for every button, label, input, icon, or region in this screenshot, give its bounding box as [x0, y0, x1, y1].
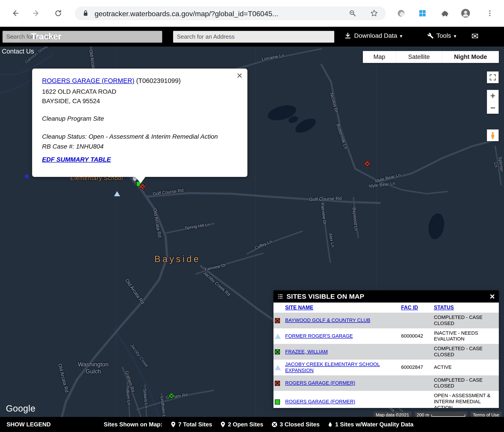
circle-badge-icon[interactable] [397, 9, 405, 17]
map-label: Washington Gulch [78, 361, 108, 375]
windows-icon[interactable] [418, 9, 426, 17]
popup-close-icon[interactable]: × [237, 70, 243, 81]
map-pin-icon [171, 421, 176, 428]
site-link[interactable]: ROGERS GARAGE (FORMER) [285, 399, 355, 404]
sites-table: SITE NAME FAC ID STATUS BAYWOOD GOLF & C… [273, 303, 499, 408]
project-search-input[interactable] [2, 31, 162, 43]
sites-panel-title: SITES VISIBLE ON MAP [287, 293, 487, 300]
map-label: Golf Course Rd [309, 195, 342, 202]
site-fac-id [400, 391, 432, 408]
site-marker-red-x [273, 375, 284, 391]
tools-button[interactable]: Tools ▾ [427, 32, 456, 39]
chevron-down-icon: ▾ [400, 33, 402, 39]
map-label: Splinter Ln [492, 156, 504, 173]
sites-panel-close-icon[interactable]: × [490, 292, 495, 301]
popup-cleanup-status: Cleanup Status: Open - Assessment & Inte… [42, 133, 237, 140]
browser-toolbar: geotracker.waterboards.ca.gov/map/?globa… [0, 0, 504, 27]
show-legend-button[interactable]: SHOW LEGEND [7, 421, 51, 428]
night-mode-button[interactable]: Night Mode [442, 51, 499, 63]
site-status: COMPLETED - CASE CLOSED [432, 344, 499, 360]
street-view-button[interactable] [487, 129, 499, 141]
contact-us-link[interactable]: Contact Us [2, 48, 34, 55]
address-bar[interactable]: geotracker.waterboards.ca.gov/map/?globa… [75, 7, 386, 20]
table-row: FORMER ROGER'S GARAGE60000042INACTIVE - … [273, 328, 499, 344]
site-status: COMPLETED - CASE CLOSED [432, 313, 499, 328]
satellite-button[interactable]: Satellite [396, 51, 442, 63]
site-status: COMPLETED - CASE CLOSED [432, 375, 499, 391]
download-data-button[interactable]: Download Data ▾ [344, 32, 402, 39]
map-marker-red-x[interactable] [140, 184, 145, 189]
site-title-link[interactable]: ROGERS GARAGE (FORMER) [42, 77, 134, 84]
popup-address: 1622 OLD ARCATA ROAD [42, 88, 237, 95]
table-row: ROGERS GARAGE (FORMER)COMPLETED - CASE C… [273, 375, 499, 391]
forward-icon[interactable] [32, 9, 40, 17]
col-fac-id[interactable]: FAC ID [401, 304, 418, 310]
site-marker-blue-triangle [273, 328, 284, 344]
table-row: BAYWOOD GOLF & COUNTRY CLUBCOMPLETED - C… [273, 313, 499, 328]
map-data-credit: Map data ©2021 [373, 412, 411, 417]
map-canvas[interactable]: Gannon SloughOld ArcataLorraine LnNicolo… [0, 46, 504, 417]
site-marker-red-x [273, 313, 284, 328]
avatar[interactable] [461, 8, 470, 18]
mail-icon[interactable]: ✉ [471, 31, 479, 41]
site-link[interactable]: JACOBY CREEK ELEMENTARY SCHOOL EXPANSION [285, 361, 380, 373]
closed-sites-stat: 3 Closed Sites [271, 421, 320, 428]
table-row: JACOBY CREEK ELEMENTARY SCHOOL EXPANSION… [273, 360, 499, 375]
table-row: FRAZEE, WILLIAMCOMPLETED - CASE CLOSED [273, 344, 499, 360]
total-sites-stat: 7 Total Sites [171, 421, 212, 428]
popup-title: ROGERS GARAGE (FORMER) (T0602391099) [42, 77, 237, 84]
site-fac-id: 60002847 [400, 360, 432, 375]
table-row: ROGERS GARAGE (FORMER)OPEN - ASSESSMENT … [273, 391, 499, 408]
zoom-in-button[interactable]: + [487, 90, 499, 102]
col-site-name[interactable]: SITE NAME [285, 304, 313, 310]
map-marker-blue-dot[interactable] [25, 175, 29, 178]
sites-table-body: BAYWOOD GOLF & COUNTRY CLUBCOMPLETED - C… [273, 313, 499, 408]
site-link[interactable]: BAYWOOD GOLF & COUNTRY CLUB [285, 317, 370, 323]
scale-bar [432, 414, 465, 417]
fullscreen-button[interactable] [487, 72, 499, 83]
bookmark-star-icon[interactable] [370, 9, 378, 17]
extensions-icon[interactable] [441, 9, 449, 17]
popup-rb-case: RB Case #: 1NHU804 [42, 143, 237, 150]
site-link[interactable]: ROGERS GARAGE (FORMER) [285, 380, 355, 386]
zoom-out-button[interactable]: − [487, 102, 499, 114]
info-popup: ROGERS GARAGE (FORMER) (T0602391099) 162… [32, 69, 247, 177]
popup-city: BAYSIDE, CA 95524 [42, 98, 237, 105]
table-header-row: SITE NAME FAC ID STATUS [273, 303, 499, 313]
menu-kebab-icon[interactable] [486, 9, 494, 17]
back-icon[interactable] [11, 9, 19, 17]
chevron-down-icon: ▾ [454, 33, 456, 39]
google-logo: Google [6, 404, 36, 414]
list-icon [278, 294, 283, 299]
map-marker-green-x[interactable] [169, 393, 174, 398]
site-link[interactable]: FORMER ROGER'S GARAGE [285, 333, 353, 339]
fullscreen-icon [489, 73, 497, 81]
url-text: geotracker.waterboards.ca.gov/map/?globa… [95, 10, 278, 18]
page-zoom-icon[interactable] [349, 9, 357, 17]
zoom-control: + − [487, 90, 499, 114]
map-button[interactable]: Map [363, 51, 396, 63]
map-pin-icon [220, 421, 225, 428]
site-marker-green-square [273, 391, 284, 408]
site-fac-id [400, 313, 432, 328]
terms-link[interactable]: Terms of Use [470, 412, 502, 417]
col-status[interactable]: STATUS [434, 304, 454, 310]
map-marker-blue-triangle[interactable] [114, 191, 120, 196]
water-drop-icon [328, 422, 333, 428]
download-icon [344, 32, 351, 39]
map-marker-red-x[interactable] [365, 161, 370, 166]
map-boundary-line [255, 46, 256, 417]
lock-icon [81, 9, 90, 17]
map-type-control: Map Satellite Night Mode [363, 51, 499, 63]
pegman-icon [489, 131, 497, 139]
scale-control: 200 m [414, 412, 468, 417]
site-marker-blue-triangle [273, 360, 284, 375]
site-link[interactable]: FRAZEE, WILLIAM [285, 349, 328, 354]
address-search-input[interactable] [173, 31, 334, 43]
site-fac-id: 60000042 [400, 328, 432, 344]
site-status: OPEN - ASSESSMENT & INTERIM REMEDIAL ACT… [432, 391, 499, 408]
reload-icon[interactable] [54, 9, 62, 17]
sites-shown-label: Sites Shown on Map: [104, 421, 162, 428]
edf-summary-link[interactable]: EDF SUMMARY TABLE [42, 156, 111, 163]
sites-panel-header: SITES VISIBLE ON MAP × [273, 290, 499, 303]
